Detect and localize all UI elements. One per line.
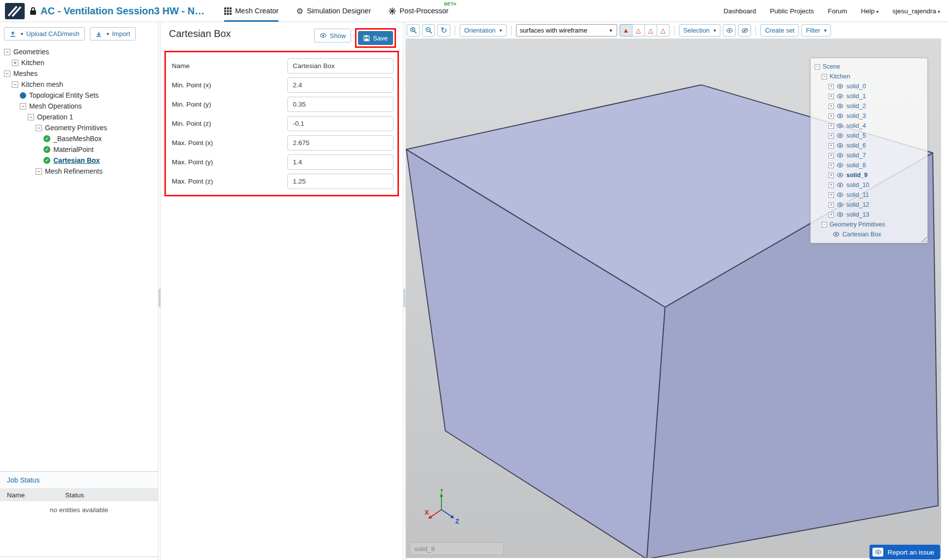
scene-item-scene[interactable]: −Scene <box>813 62 925 72</box>
eye-icon[interactable] <box>836 143 844 148</box>
app-logo-icon[interactable] <box>5 3 25 19</box>
scene-item-label[interactable]: solid_1 <box>846 93 866 100</box>
tree-item-geometries[interactable]: −Geometries <box>0 46 158 57</box>
highlight-faces-button-4[interactable]: △ <box>657 24 670 37</box>
sidebar-splitter[interactable] <box>158 22 161 560</box>
eye-icon[interactable] <box>836 202 844 207</box>
collapse-icon[interactable]: − <box>28 114 34 120</box>
scene-item-solid_11[interactable]: +solid_11 <box>813 190 925 200</box>
selection-dropdown[interactable]: Selection▾ <box>679 24 721 37</box>
create-set-button[interactable]: Create set <box>760 24 799 37</box>
expand-icon[interactable]: + <box>829 143 834 149</box>
eye-icon[interactable] <box>836 212 844 217</box>
expand-icon[interactable]: + <box>12 60 18 66</box>
tree-item-mesh-refinements[interactable]: −Mesh Refinements <box>0 166 158 177</box>
tree-item-label[interactable]: Kitchen <box>21 59 44 67</box>
eye-icon[interactable] <box>836 123 844 128</box>
zoom-in-button[interactable] <box>407 24 420 37</box>
expand-icon[interactable]: + <box>829 133 834 139</box>
upload-cad-mesh-button[interactable]: ▾ Upload CAD/mesh <box>4 27 85 40</box>
collapse-icon[interactable]: − <box>822 74 827 79</box>
scene-item-solid_1[interactable]: +solid_1 <box>813 91 925 101</box>
scene-item-label[interactable]: solid_0 <box>846 83 866 90</box>
tree-item-label[interactable]: MaterialPoint <box>53 146 94 153</box>
help-menu[interactable]: Help▾ <box>861 7 879 15</box>
scene-item-label[interactable]: solid_5 <box>846 132 866 139</box>
tree-item-meshes[interactable]: −Meshes <box>0 68 158 79</box>
scene-item-solid_0[interactable]: +solid_0 <box>813 81 925 91</box>
3d-viewport-canvas[interactable]: −Scene −Kitchen +solid_0+solid_1+solid_2… <box>406 38 941 558</box>
tab-mesh-creator[interactable]: Mesh Creator <box>224 0 278 22</box>
tree-item-label[interactable]: Topological Entity Sets <box>29 91 99 99</box>
tree-item-operation-1[interactable]: −Operation 1 <box>0 112 158 122</box>
collapse-icon[interactable]: − <box>822 222 827 227</box>
eye-icon[interactable] <box>836 113 844 118</box>
eye-icon[interactable] <box>836 163 844 168</box>
collapse-icon[interactable]: − <box>36 125 42 131</box>
dashboard-link[interactable]: Dashboard <box>723 7 756 15</box>
eye-icon[interactable] <box>832 232 840 237</box>
tree-item-label[interactable]: Geometry Primitives <box>45 124 107 132</box>
expand-icon[interactable]: + <box>829 163 834 168</box>
scene-item-solid_4[interactable]: +solid_4 <box>813 121 925 131</box>
highlight-faces-button-3[interactable]: △ <box>644 24 657 37</box>
scene-item-solid_12[interactable]: +solid_12 <box>813 200 925 210</box>
tree-item-materialpoint[interactable]: ✓MaterialPoint <box>0 144 158 155</box>
scene-item-label[interactable]: solid_6 <box>846 142 866 149</box>
tree-item-label[interactable]: Kitchen mesh <box>21 80 63 88</box>
scene-item-label[interactable]: solid_13 <box>846 211 869 218</box>
scene-item-solid_13[interactable]: +solid_13 <box>813 210 925 220</box>
expand-icon[interactable]: + <box>829 113 834 119</box>
eye-icon[interactable] <box>836 183 844 187</box>
render-mode-select[interactable]: surfaces with wireframe▼ <box>516 24 617 37</box>
public-projects-link[interactable]: Public Projects <box>770 7 814 15</box>
name-input[interactable] <box>287 58 394 74</box>
expand-icon[interactable]: + <box>829 94 834 99</box>
eye-icon[interactable] <box>836 173 844 178</box>
orientation-dropdown[interactable]: Orientation▾ <box>460 24 507 37</box>
collapse-icon[interactable]: − <box>36 168 42 175</box>
tree-item-label[interactable]: Cartesian Box <box>53 156 100 164</box>
max-point-z-input[interactable] <box>287 174 394 189</box>
tree-item-label[interactable]: Geometries <box>13 48 49 56</box>
min-point-x-input[interactable] <box>287 77 394 93</box>
tree-item-label[interactable]: _BaseMeshBox <box>53 135 102 143</box>
collapse-icon[interactable]: − <box>12 81 18 88</box>
scene-item-label[interactable]: solid_8 <box>846 162 866 169</box>
min-point-y-input[interactable] <box>287 97 394 112</box>
scene-item-kitchen[interactable]: −Kitchen <box>813 72 925 81</box>
scene-item-label[interactable]: solid_2 <box>846 103 866 110</box>
expand-icon[interactable]: + <box>829 153 834 158</box>
report-issue-button[interactable]: Report an issue <box>869 545 940 560</box>
tree-item-label[interactable]: Meshes <box>13 70 38 77</box>
tree-item-label[interactable]: Mesh Refinements <box>45 167 103 175</box>
tree-item-cartesian-box[interactable]: ✓Cartesian Box <box>0 155 158 166</box>
scene-item-label[interactable]: solid_11 <box>846 191 869 198</box>
scene-item-solid_9[interactable]: +solid_9 <box>813 170 925 180</box>
eye-icon[interactable] <box>836 94 844 99</box>
expand-icon[interactable]: + <box>829 183 834 188</box>
scene-item-label[interactable]: solid_12 <box>846 201 869 208</box>
tree-item-label[interactable]: Operation 1 <box>37 113 73 121</box>
refresh-view-button[interactable]: ↻ <box>437 24 450 37</box>
scene-item-label[interactable]: solid_10 <box>846 182 869 188</box>
tree-item-basemeshbox[interactable]: ✓_BaseMeshBox <box>0 133 158 144</box>
tree-item-topological-entity-sets[interactable]: Topological Entity Sets <box>0 90 158 101</box>
scene-item-label[interactable]: solid_7 <box>846 152 866 159</box>
show-button[interactable]: Show <box>314 29 352 42</box>
min-point-z-input[interactable] <box>287 116 394 131</box>
save-button[interactable]: Save <box>358 31 393 45</box>
collapse-icon[interactable]: − <box>4 49 10 55</box>
expand-icon[interactable]: + <box>829 192 834 198</box>
collapse-icon[interactable]: − <box>20 103 26 110</box>
collapse-icon[interactable]: − <box>815 64 820 70</box>
scene-item-solid_2[interactable]: +solid_2 <box>813 101 925 111</box>
scene-item-solid_3[interactable]: +solid_3 <box>813 111 925 121</box>
user-menu[interactable]: sjesu_rajendra▾ <box>892 7 940 15</box>
tree-item-geometry-primitives[interactable]: −Geometry Primitives <box>0 122 158 133</box>
scene-item-label[interactable]: solid_3 <box>846 112 866 119</box>
eye-icon[interactable] <box>836 153 844 158</box>
expand-icon[interactable]: + <box>829 123 834 129</box>
scene-item-solid_10[interactable]: +solid_10 <box>813 180 925 190</box>
eye-icon[interactable] <box>836 192 844 197</box>
